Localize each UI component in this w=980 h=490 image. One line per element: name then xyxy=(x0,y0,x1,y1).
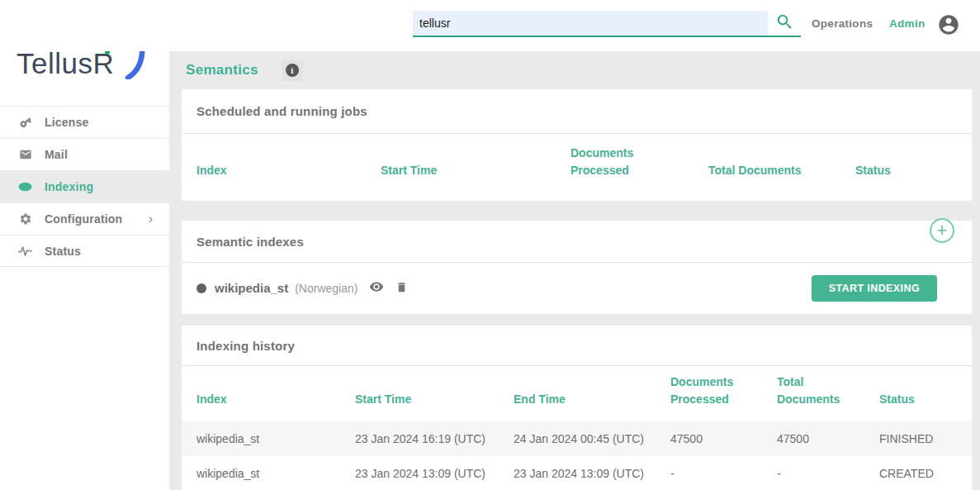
logo-text: TellusR xyxy=(17,49,114,78)
cell-documents-processed: - xyxy=(670,467,777,480)
scheduled-jobs-card: Scheduled and running jobs Index Start T… xyxy=(182,89,972,201)
page-title: Semantics xyxy=(186,62,258,78)
column-header: Index xyxy=(196,391,355,409)
topbar: Operations Admin xyxy=(0,0,980,51)
mail-icon xyxy=(18,148,32,161)
column-header: End Time xyxy=(514,391,670,409)
semantic-indexes-title: Semantic indexes xyxy=(196,235,304,249)
cell-start-time: 23 Jan 2024 16:19 (UTC) xyxy=(355,432,514,445)
search-button[interactable] xyxy=(768,11,801,36)
column-header: Start Time xyxy=(355,391,514,409)
cell-start-time: 23 Jan 2024 13:09 (UTC) xyxy=(355,467,514,480)
cell-status: CREATED xyxy=(879,467,972,480)
column-header: Documents Processed xyxy=(570,145,651,180)
history-table-row: wikipedia_st 23 Jan 2024 16:19 (UTC) 24 … xyxy=(182,421,972,456)
page-header: Semantics i xyxy=(169,51,980,89)
sidebar-item-mail[interactable]: Mail xyxy=(0,138,169,170)
column-header: Total Documents xyxy=(708,162,855,180)
cell-total-documents: 47500 xyxy=(777,432,879,445)
cell-end-time: 23 Jan 2024 13:09 (UTC) xyxy=(514,467,670,480)
operations-link[interactable]: Operations xyxy=(812,17,873,30)
sidebar-item-label: License xyxy=(45,116,89,129)
sidebar-item-status[interactable]: Status xyxy=(0,235,169,267)
cell-index: wikipedia_st xyxy=(196,467,355,480)
key-icon xyxy=(18,116,32,129)
trash-icon xyxy=(395,280,408,297)
history-table-header: Index Start Time End Time Documents Proc… xyxy=(182,366,972,421)
cell-total-documents: - xyxy=(777,467,879,480)
info-icon: i xyxy=(286,64,299,77)
search-input[interactable] xyxy=(413,11,768,36)
scheduled-jobs-table-header: Index Start Time Documents Processed Tot… xyxy=(182,134,972,200)
column-header: Status xyxy=(855,162,972,180)
scheduled-jobs-title: Scheduled and running jobs xyxy=(196,104,367,118)
main-content: Semantics i Scheduled and running jobs I… xyxy=(169,51,980,490)
pulse-icon xyxy=(18,245,32,257)
sidebar-item-license[interactable]: License xyxy=(0,106,169,138)
sidebar-item-label: Status xyxy=(45,245,81,258)
column-header: Index xyxy=(196,162,381,180)
start-indexing-button[interactable]: START INDEXING xyxy=(812,275,937,302)
sidebar-item-configuration[interactable]: Configuration › xyxy=(0,202,169,235)
sidebar: TellusR License Mail Indexing xyxy=(0,0,169,490)
sidebar-item-label: Indexing xyxy=(45,180,93,193)
sidebar-item-indexing[interactable]: Indexing xyxy=(0,170,169,202)
gear-icon xyxy=(18,212,32,226)
delete-index-button[interactable] xyxy=(395,280,408,297)
column-header: Status xyxy=(879,391,972,409)
cell-end-time: 24 Jan 2024 00:45 (UTC) xyxy=(514,432,670,445)
cell-documents-processed: 47500 xyxy=(670,432,777,445)
chevron-right-icon: › xyxy=(149,212,153,226)
cell-index: wikipedia_st xyxy=(196,432,355,445)
index-status-dot-icon xyxy=(196,283,206,293)
eye-icon xyxy=(369,281,384,295)
history-table-row: wikipedia_st 23 Jan 2024 13:09 (UTC) 23 … xyxy=(182,456,972,490)
sidebar-item-label: Configuration xyxy=(45,212,122,226)
sidebar-menu: License Mail Indexing Configuration › xyxy=(0,106,169,267)
column-header: Start Time xyxy=(381,162,570,180)
cell-status: FINISHED xyxy=(879,432,972,445)
semantic-indexes-card: Semantic indexes + wikipedia_st (Norwegi… xyxy=(182,221,972,314)
index-language: (Norwegian) xyxy=(295,282,357,295)
index-name: wikipedia_st xyxy=(215,281,288,295)
sidebar-item-label: Mail xyxy=(45,148,68,161)
column-header: Total Documents xyxy=(777,373,858,409)
account-circle-icon[interactable] xyxy=(937,13,960,36)
add-index-button[interactable]: + xyxy=(930,218,954,243)
view-index-button[interactable] xyxy=(369,281,384,295)
indexing-disc-icon xyxy=(18,182,32,192)
column-header: Documents Processed xyxy=(670,373,751,409)
search-bar xyxy=(413,11,801,37)
indexing-history-title: Indexing history xyxy=(196,339,295,353)
search-icon xyxy=(775,12,794,34)
semantic-index-row: wikipedia_st (Norwegian) START INDEXING xyxy=(182,263,972,313)
info-button[interactable]: i xyxy=(282,59,303,81)
indexing-history-card: Indexing history Index Start Time End Ti… xyxy=(182,326,972,490)
admin-link[interactable]: Admin xyxy=(889,17,926,30)
